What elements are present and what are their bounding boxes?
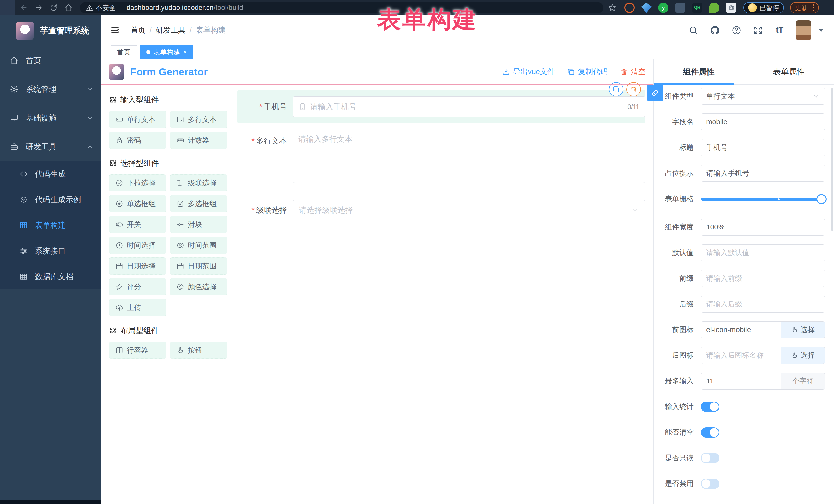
profile-paused-badge[interactable]: 已暂停	[743, 2, 784, 13]
browser-reload-button[interactable]	[48, 2, 59, 13]
component-switch[interactable]: 开关	[109, 216, 166, 233]
component-password[interactable]: 密码	[109, 132, 166, 149]
browser-menu-icon[interactable]	[813, 4, 814, 11]
checkbox-icon	[177, 200, 184, 207]
clearable-toggle[interactable]	[701, 427, 719, 438]
form-table-icon	[20, 221, 28, 229]
mobile-input-field[interactable]	[310, 103, 624, 111]
sidebar-fold-icon[interactable]	[110, 25, 120, 35]
tab-form-props[interactable]: 表单属性	[744, 59, 834, 84]
breadcrumb-home[interactable]: 首页	[131, 25, 146, 36]
resize-grip-icon[interactable]	[640, 178, 644, 182]
component-date-picker[interactable]: 日期选择	[109, 257, 166, 275]
suffix-icon-input[interactable]	[706, 351, 775, 359]
component-rate[interactable]: 评分	[109, 278, 166, 295]
suffix-icon-select-button[interactable]: 选择	[781, 347, 825, 364]
component-color-picker[interactable]: 颜色选择	[170, 278, 227, 295]
canvas-field-cascader[interactable]: 级联选择 请选择级联选择	[237, 200, 645, 220]
mobile-icon	[299, 103, 307, 111]
disabled-toggle[interactable]	[701, 479, 719, 489]
title-input[interactable]	[706, 144, 820, 152]
radio-icon	[115, 200, 123, 207]
word-stats-toggle[interactable]	[701, 401, 719, 412]
extension-qr-icon[interactable]: QR	[692, 3, 702, 13]
tag-home[interactable]: 首页	[111, 45, 137, 59]
component-textarea[interactable]: 多行文本	[170, 111, 227, 128]
canvas-field-mobile[interactable]: 手机号 0/11	[237, 90, 645, 124]
browser-forward-button[interactable]	[33, 2, 44, 13]
prefix-icon-select-button[interactable]: 选择	[781, 321, 825, 338]
export-vue-button[interactable]: 导出vue文件	[502, 67, 555, 77]
component-date-range[interactable]: 日期范围	[170, 257, 227, 275]
browser-back-button[interactable]	[18, 2, 29, 13]
slider-track[interactable]	[701, 198, 825, 201]
canvas-field-textarea[interactable]: 多行文本	[237, 129, 645, 183]
extension-orange-icon[interactable]	[624, 3, 635, 13]
field-name-input[interactable]	[706, 118, 820, 126]
component-slider[interactable]: 滑块	[170, 216, 227, 233]
user-avatar[interactable]	[796, 20, 811, 40]
slider-handle[interactable]	[816, 194, 827, 204]
fullscreen-icon[interactable]	[753, 25, 763, 36]
sidebar-item-form-builder[interactable]: 表单构建	[0, 213, 101, 238]
default-value-input[interactable]	[706, 249, 820, 257]
width-input[interactable]	[706, 223, 820, 231]
help-icon[interactable]	[731, 25, 742, 36]
copy-code-button[interactable]: 复制代码	[567, 67, 608, 77]
component-button[interactable]: 按钮	[170, 342, 227, 359]
clear-button[interactable]: 清空	[619, 67, 646, 77]
extension-grey-icon[interactable]	[675, 3, 685, 13]
form-canvas[interactable]: 手机号 0/11 多行文本 级联选择 请选择级联选择	[234, 85, 653, 504]
maxlength-input[interactable]	[706, 377, 775, 385]
sidebar-item-infra[interactable]: 基础设施	[0, 104, 101, 132]
readonly-toggle[interactable]	[701, 453, 719, 463]
address-bar[interactable]: 不安全 dashboard.yudao.iocoder.cn/tool/buil…	[80, 2, 603, 13]
browser-home-button[interactable]	[63, 2, 74, 13]
bookmark-star-icon[interactable]	[608, 3, 617, 12]
panel-scrollbar[interactable]	[831, 88, 833, 231]
component-select[interactable]: 下拉选择	[109, 174, 166, 192]
prefix-icon-input[interactable]	[706, 326, 775, 334]
suffix-input[interactable]	[706, 300, 820, 308]
sidebar-item-devtools[interactable]: 研发工具	[0, 132, 101, 161]
placeholder-input[interactable]	[706, 169, 820, 177]
cascader-select[interactable]: 请选择级联选择	[292, 200, 645, 220]
tag-form-builder[interactable]: 表单构建 ×	[140, 45, 193, 59]
cascader-icon	[177, 179, 184, 187]
extension-y-icon[interactable]: y	[658, 3, 668, 13]
search-icon[interactable]	[688, 25, 699, 36]
link-toggle-button[interactable]	[647, 85, 663, 101]
extensions-puzzle-icon[interactable]	[726, 3, 736, 13]
sidebar-item-home[interactable]: 首页	[0, 46, 101, 75]
mobile-input[interactable]: 0/11	[292, 96, 645, 117]
component-time-range[interactable]: 时间范围	[170, 237, 227, 254]
form-grid-slider[interactable]	[701, 191, 825, 207]
sidebar-item-db-doc[interactable]: 数据库文档	[0, 264, 101, 289]
browser-update-button[interactable]: 更新	[790, 2, 819, 13]
sidebar-item-code-demo[interactable]: 代码生成示例	[0, 187, 101, 213]
component-type-select[interactable]: 单行文本	[701, 88, 825, 105]
sidebar-item-system[interactable]: 系统管理	[0, 75, 101, 104]
sidebar-item-code-generation[interactable]: 代码生成	[0, 161, 101, 187]
textarea-field[interactable]	[292, 129, 645, 183]
component-counter[interactable]: 计数器	[170, 132, 227, 149]
component-single-line-text[interactable]: 单行文本	[109, 111, 166, 128]
properties-panel: 组件属性 表单属性 组件类型 单行文本 字段名 标题	[653, 59, 834, 504]
component-checkbox-group[interactable]: 多选框组	[170, 195, 227, 212]
github-icon[interactable]	[710, 25, 720, 36]
font-size-icon[interactable]: tT	[774, 25, 785, 36]
app-logo-row[interactable]: 芋道管理系统	[0, 15, 101, 46]
component-cascader[interactable]: 级联选择	[170, 174, 227, 192]
tag-close-icon[interactable]: ×	[183, 48, 187, 56]
breadcrumb-devtools[interactable]: 研发工具	[156, 25, 185, 36]
prefix-input[interactable]	[706, 274, 820, 283]
component-row-container[interactable]: 行容器	[109, 342, 166, 359]
component-time-picker[interactable]: 时间选择	[109, 237, 166, 254]
component-upload[interactable]: 上传	[109, 299, 166, 316]
component-radio-group[interactable]: 单选框组	[109, 195, 166, 212]
avatar-caret-icon[interactable]	[819, 29, 824, 32]
extension-gem-icon[interactable]	[641, 3, 652, 13]
extension-plant-icon[interactable]	[709, 3, 719, 13]
tab-component-props[interactable]: 组件属性	[654, 59, 744, 84]
sidebar-item-system-api[interactable]: 系统接口	[0, 238, 101, 264]
